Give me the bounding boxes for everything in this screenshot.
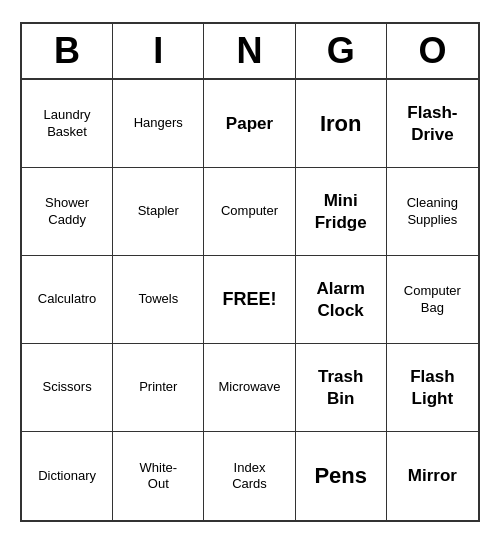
bingo-grid: LaundryBasketHangersPaperIronFlash-Drive… [22,80,478,520]
bingo-card: BINGO LaundryBasketHangersPaperIronFlash… [20,22,480,522]
bingo-cell: ComputerBag [387,256,478,344]
bingo-cell: Hangers [113,80,204,168]
header-letter: O [387,24,478,78]
bingo-cell: Scissors [22,344,113,432]
bingo-cell: Computer [204,168,295,256]
bingo-cell: MiniFridge [296,168,387,256]
bingo-cell: Paper [204,80,295,168]
bingo-cell: TrashBin [296,344,387,432]
bingo-cell: Stapler [113,168,204,256]
bingo-cell: White-Out [113,432,204,520]
bingo-cell: AlarmClock [296,256,387,344]
bingo-cell: Iron [296,80,387,168]
bingo-cell: FlashLight [387,344,478,432]
bingo-cell: ShowerCaddy [22,168,113,256]
bingo-cell: LaundryBasket [22,80,113,168]
header-letter: G [296,24,387,78]
bingo-cell: Mirror [387,432,478,520]
bingo-cell: Microwave [204,344,295,432]
bingo-cell: IndexCards [204,432,295,520]
bingo-cell: Flash-Drive [387,80,478,168]
bingo-cell: Pens [296,432,387,520]
header-letter: B [22,24,113,78]
bingo-cell: Calculatro [22,256,113,344]
bingo-cell: Towels [113,256,204,344]
bingo-header: BINGO [22,24,478,80]
bingo-cell: Printer [113,344,204,432]
bingo-cell: FREE! [204,256,295,344]
header-letter: I [113,24,204,78]
header-letter: N [204,24,295,78]
bingo-cell: Dictionary [22,432,113,520]
bingo-cell: CleaningSupplies [387,168,478,256]
